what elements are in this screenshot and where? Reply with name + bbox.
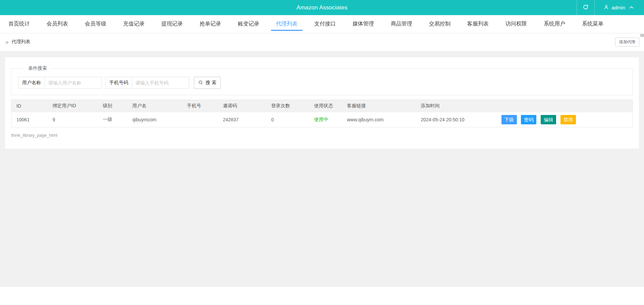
tab-product-management[interactable]: 商品管理 [382, 15, 421, 33]
phone-field-group: 手机号码 [105, 77, 189, 89]
scrollbar-thumb-end [640, 34, 644, 37]
user-icon [603, 4, 609, 11]
tab-access-rights[interactable]: 访问权限 [497, 15, 535, 33]
col-created-at: 添加时间 [416, 100, 492, 112]
chevron-up-icon [629, 6, 634, 9]
tab-member-level[interactable]: 会员等级 [76, 15, 115, 33]
cell-service-link: www.qibuym.com [342, 112, 416, 127]
agent-list-card: 条件搜索 用户名称 手机号码 搜 索 [5, 57, 639, 149]
refresh-button[interactable] [577, 0, 595, 15]
username-label: admin [611, 5, 625, 10]
phone-field-label: 手机号码 [105, 77, 132, 89]
disable-button[interactable]: 禁用 [560, 115, 576, 124]
tab-service-list[interactable]: 客服列表 [459, 15, 497, 33]
add-agent-button[interactable]: 添加代理 [615, 38, 639, 47]
cell-status: 使用中 [309, 112, 342, 127]
user-menu[interactable]: admin [595, 0, 644, 15]
table-row: 10061 9 一级 qibuymcom 242837 0 使用中 www.qi… [11, 112, 633, 127]
password-button[interactable]: 密码 [521, 115, 536, 124]
tab-trade-control[interactable]: 交易控制 [421, 15, 459, 33]
cell-created-at: 2024-05-24 20:50:10 [416, 112, 492, 127]
search-button[interactable]: 搜 索 [194, 77, 221, 89]
refresh-icon [583, 4, 589, 11]
breadcrumb-bar: » 代理列表 添加代理 [0, 33, 644, 51]
username-input[interactable] [45, 77, 102, 89]
tab-system-menu[interactable]: 系统菜单 [574, 15, 612, 33]
tab-agent-list[interactable]: 代理列表 [268, 15, 306, 33]
cell-actions: 下级 密码 编辑 禁用 [492, 112, 633, 127]
main-nav: 首页统计 会员列表 会员等级 充值记录 提现记录 抢单记录 账变记录 代理列表 … [0, 15, 644, 33]
search-panel: 条件搜索 用户名称 手机号码 搜 索 [11, 65, 633, 95]
vertical-scrollbar[interactable] [640, 15, 644, 305]
tab-payment-api[interactable]: 支付接口 [306, 15, 344, 33]
tab-system-users[interactable]: 系统用户 [535, 15, 574, 33]
cell-invite-code: 242837 [218, 112, 266, 127]
col-level: 级别 [98, 100, 127, 112]
page-note: think_library_page_html [11, 133, 633, 138]
phone-input[interactable] [132, 77, 189, 89]
tab-order-grab-records[interactable]: 抢单记录 [191, 15, 229, 33]
cell-login-count: 0 [266, 112, 309, 127]
subordinates-button[interactable]: 下级 [501, 115, 517, 124]
col-status: 使用状态 [309, 100, 342, 112]
page-title: 代理列表 [11, 39, 30, 45]
col-id: ID [11, 100, 48, 112]
username-field-label: 用户名称 [18, 77, 45, 89]
cell-level: 一级 [98, 112, 127, 127]
app-title: Amazon Associates [297, 4, 347, 11]
search-button-label: 搜 索 [206, 80, 216, 86]
col-phone: 手机号 [182, 100, 218, 112]
cell-username: qibuymcom [127, 112, 182, 127]
search-panel-legend: 条件搜索 [25, 65, 50, 71]
tab-withdraw-records[interactable]: 提现记录 [153, 15, 191, 33]
edit-button[interactable]: 编辑 [541, 115, 556, 124]
search-icon [198, 80, 204, 85]
cell-id: 10061 [11, 112, 48, 127]
tab-media-management[interactable]: 媒体管理 [344, 15, 382, 33]
header-controls: admin [577, 0, 644, 15]
content-area: 条件搜索 用户名称 手机号码 搜 索 [0, 51, 644, 287]
col-actions [492, 100, 633, 112]
app-header: Amazon Associates admin [0, 0, 644, 15]
tab-member-list[interactable]: 会员列表 [38, 15, 76, 33]
tab-home-stats[interactable]: 首页统计 [0, 15, 38, 33]
table-header-row: ID 绑定用户ID 级别 用户名 手机号 邀请码 登录次数 使用状态 客服链接 … [11, 100, 633, 112]
tab-balance-records[interactable]: 账变记录 [229, 15, 268, 33]
col-service-link: 客服链接 [342, 100, 416, 112]
col-invite-code: 邀请码 [218, 100, 266, 112]
search-form: 用户名称 手机号码 搜 索 [18, 77, 626, 89]
col-username: 用户名 [127, 100, 182, 112]
col-bind-user-id: 绑定用户ID [48, 100, 98, 112]
double-chevron-icon: » [5, 39, 8, 45]
username-field-group: 用户名称 [18, 77, 102, 89]
cell-phone [182, 112, 218, 127]
cell-bind-user-id: 9 [48, 112, 98, 127]
col-login-count: 登录次数 [266, 100, 309, 112]
tab-recharge-records[interactable]: 充值记录 [115, 15, 153, 33]
agent-table: ID 绑定用户ID 级别 用户名 手机号 邀请码 登录次数 使用状态 客服链接 … [11, 100, 633, 127]
breadcrumb: » 代理列表 [5, 39, 30, 45]
